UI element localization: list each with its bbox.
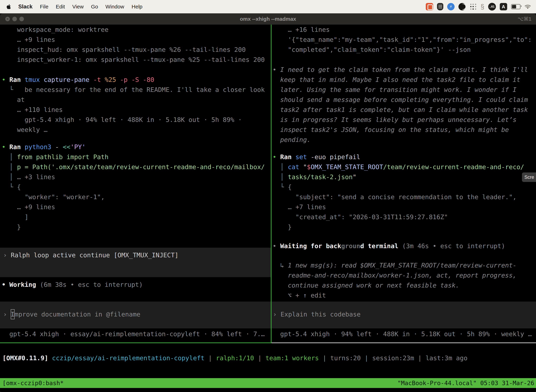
window-shortcut-hint: ⌥⌘1 bbox=[517, 13, 531, 25]
left-config-output: workspace_mode: worktree … +9 lines insp… bbox=[2, 25, 265, 65]
left-python-command-block: • Ran python3 - <<'PY' │ from pathlib im… bbox=[2, 142, 265, 232]
chat-app-icon[interactable] bbox=[426, 3, 433, 10]
left-working-status: • Working (6m 38s • esc to interrupt) bbox=[2, 280, 143, 289]
menu-app-name[interactable]: Slack bbox=[18, 4, 33, 10]
menu-item-window[interactable]: Window bbox=[105, 4, 124, 10]
screen-notification-tooltip: Scre bbox=[522, 173, 536, 182]
menu-item-go[interactable]: Go bbox=[91, 4, 98, 10]
dots-grid-icon[interactable] bbox=[470, 3, 477, 10]
left-model-status-line: gpt-5.4 xhigh · essay/ai-reimplementatio… bbox=[2, 329, 265, 339]
left-prompt-placeholder: › Improve documentation in @filename bbox=[3, 309, 271, 319]
left-ralph-loop-text: › Ralph loop active continue [OMX_TMUX_I… bbox=[3, 250, 271, 260]
tmux-host-and-time: "MacBook-Pro-44.local" 05:03 31-Mar-26 bbox=[397, 378, 536, 388]
screen: Slack File Edit View Go Window Help ⚡ § … bbox=[0, 0, 536, 392]
terminal-content[interactable]: workspace_mode: worktree … +9 lines insp… bbox=[0, 25, 536, 392]
count-badge-icon[interactable]: ..61 bbox=[488, 3, 496, 10]
left-pane-border bbox=[0, 342, 271, 343]
right-cat-command-block: • Ran set -euo pipefail │ cat "$OMX_TEAM… bbox=[273, 152, 524, 232]
left-tmux-command-block: • Ran tmux capture-pane -t %25 -p -S -80… bbox=[2, 75, 265, 135]
omx-session-status-line: [OMX#0.11.9] cczip/essay/ai-reimplementa… bbox=[2, 353, 467, 363]
pane-divider[interactable] bbox=[271, 25, 272, 343]
tmux-status-bar: [omx-cczip0:bash* "MacBook-Pro-44.local"… bbox=[0, 378, 536, 388]
right-prompt-input[interactable]: › Explain this codebase bbox=[272, 302, 536, 328]
title-bar[interactable]: omx --xhigh --madmax ⌥⌘1 bbox=[0, 13, 536, 25]
menu-bar-left: Slack File Edit View Go Window Help bbox=[0, 4, 143, 10]
terminal-window: omx --xhigh --madmax ⌥⌘1 workspace_mode:… bbox=[0, 13, 536, 392]
menu-item-help[interactable]: Help bbox=[132, 4, 143, 10]
apple-menu-icon[interactable] bbox=[6, 4, 11, 9]
menu-bar-status-icons: ⚡ § ..61 A ⚡ bbox=[426, 3, 536, 10]
tmux-session-window[interactable]: [omx-cczip0:bash* bbox=[0, 378, 64, 388]
bolt-badge-icon[interactable]: ⚡ bbox=[447, 3, 455, 10]
keypad-app-icon[interactable] bbox=[437, 3, 443, 10]
right-prompt-placeholder: › Explain this codebase bbox=[273, 309, 536, 319]
input-source-icon[interactable]: A bbox=[500, 3, 507, 10]
right-pane-border bbox=[272, 342, 536, 343]
wifi-icon[interactable] bbox=[524, 4, 531, 9]
menu-bar: Slack File Edit View Go Window Help ⚡ § … bbox=[0, 0, 536, 13]
menu-item-view[interactable]: View bbox=[72, 4, 84, 10]
s-shape-icon[interactable]: § bbox=[481, 3, 484, 10]
left-ralph-loop-banner: › Ralph loop active continue [OMX_TMUX_I… bbox=[0, 248, 271, 277]
window-title: omx --xhigh --madmax bbox=[0, 13, 536, 25]
right-thinking-block: • I need to get the claim token from the… bbox=[273, 65, 528, 145]
right-model-status-line: gpt-5.4 xhigh · 94% left · 488K in · 5.1… bbox=[273, 329, 532, 339]
crescent-app-icon[interactable] bbox=[459, 3, 466, 10]
battery-icon[interactable]: ⚡ bbox=[511, 4, 521, 9]
right-waiting-status: • Waiting for background terminal (3m 46… bbox=[273, 241, 505, 251]
right-mailbox-message-block: ↳ 1 new msg(s): read $OMX_TEAM_STATE_ROO… bbox=[273, 260, 517, 300]
menu-item-file[interactable]: File bbox=[40, 4, 48, 10]
left-prompt-input[interactable]: › Improve documentation in @filename bbox=[0, 302, 271, 328]
menu-item-edit[interactable]: Edit bbox=[56, 4, 65, 10]
right-claim-output: … +16 lines '{"team_name":"my-team","tas… bbox=[273, 25, 532, 55]
